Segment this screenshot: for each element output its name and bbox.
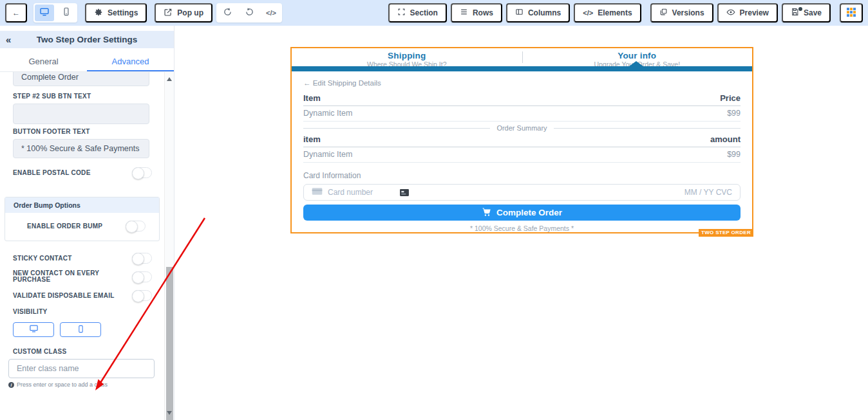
complete-order-button[interactable]: Complete Order <box>303 205 741 221</box>
new-contact-row: NEW CONTACT ON EVERY PURCHASE <box>13 270 152 283</box>
secure-payments-note: * 100% Secure & Safe Payments * <box>303 224 741 232</box>
element-type-tag: TWO STEP ORDER <box>699 229 753 237</box>
visibility-mobile-button[interactable] <box>60 322 101 337</box>
step-tab-shipping[interactable]: Shipping Where Should We Ship It? <box>292 48 522 66</box>
redo-button[interactable] <box>240 5 259 21</box>
visibility-buttons <box>13 322 165 337</box>
top-toolbar: ← Settings Pop up </> Section <box>0 0 868 26</box>
enable-postal-code-row: ENABLE POSTAL CODE <box>13 167 152 178</box>
step-title: Your info <box>522 51 753 60</box>
sidebar-content: STEP #2 SUB BTN TEXT BUTTON FOOTER TEXT … <box>0 72 165 420</box>
order-bump-options-box: Order Bump Options ENABLE ORDER BUMP <box>5 197 160 241</box>
custom-code-button[interactable]: </> <box>261 5 281 21</box>
step2-btn-text-input[interactable] <box>13 72 149 86</box>
step-title: Shipping <box>292 51 522 60</box>
columns-icon <box>515 8 524 18</box>
button-footer-input[interactable] <box>13 139 149 158</box>
builder-page: ← Settings Pop up </> Section <box>0 0 868 420</box>
order-summary-divider: Order Summary <box>303 124 741 132</box>
order-summary-label: Order Summary <box>490 124 553 132</box>
enable-postal-code-label: ENABLE POSTAL CODE <box>13 170 91 176</box>
info-icon: i <box>8 382 14 388</box>
enable-order-bump-row: ENABLE ORDER BUMP <box>5 213 159 241</box>
custom-class-input[interactable] <box>8 359 155 378</box>
preview-button[interactable]: Preview <box>717 3 778 23</box>
popup-button[interactable]: Pop up <box>155 3 212 23</box>
columns-button[interactable]: Columns <box>506 3 570 23</box>
step2-sub-btn-input[interactable] <box>13 104 149 124</box>
device-toggle-group <box>33 3 77 23</box>
scroll-up-arrow[interactable] <box>167 77 172 81</box>
columns-label: Columns <box>528 8 561 17</box>
tab-advanced[interactable]: Advanced <box>87 48 174 71</box>
summary-table-header: item amount <box>303 134 741 147</box>
card-information-label: Card Information <box>303 171 741 180</box>
sticky-contact-label: STICKY CONTACT <box>13 255 72 262</box>
items-table-row: Dynamic Item $99 <box>303 106 741 122</box>
scroll-down-arrow[interactable] <box>167 411 172 415</box>
scrollbar-thumb[interactable] <box>166 267 173 420</box>
visibility-desktop-button[interactable] <box>13 322 54 337</box>
item-amount: $99 <box>727 150 741 159</box>
order-step-tabs: Shipping Where Should We Ship It? Your i… <box>292 48 752 66</box>
step2-sub-btn-label: STEP #2 SUB BTN TEXT <box>13 93 152 100</box>
elements-label: Elements <box>598 8 632 17</box>
settings-label: Settings <box>108 8 138 17</box>
save-button[interactable]: Save <box>782 3 831 23</box>
card-scan-icon[interactable] <box>400 189 409 196</box>
undo-icon <box>223 7 232 19</box>
order-bump-options-header: Order Bump Options <box>5 197 159 213</box>
rows-icon <box>460 8 468 18</box>
item-name: Dynamic Item <box>303 109 352 118</box>
editor-canvas: Shipping Where Should We Ship It? Your i… <box>175 26 868 420</box>
validate-email-label: VALIDATE DISPOSABLE EMAIL <box>13 293 115 299</box>
cart-icon <box>482 207 491 219</box>
amount-column-header: amount <box>710 134 741 144</box>
active-step-notch <box>629 61 643 66</box>
item-price: $99 <box>727 109 741 118</box>
price-column-header: Price <box>720 93 741 103</box>
desktop-view-button[interactable] <box>35 5 54 21</box>
apps-grid-icon <box>847 8 856 19</box>
section-icon <box>397 8 406 18</box>
versions-button[interactable]: Versions <box>650 3 713 23</box>
settings-button[interactable]: Settings <box>85 3 147 23</box>
custom-class-hint: i Press enter or space to add a class <box>8 381 165 388</box>
popup-label: Pop up <box>177 8 203 17</box>
enable-order-bump-toggle[interactable] <box>126 221 146 232</box>
edit-shipping-link[interactable]: ← Edit Shipping Details <box>303 79 741 87</box>
mobile-view-button[interactable] <box>57 5 76 21</box>
undo-button[interactable] <box>218 5 237 21</box>
popup-icon <box>164 8 173 19</box>
new-contact-toggle[interactable] <box>132 271 152 282</box>
step-divider <box>522 51 523 63</box>
elements-button[interactable]: </> Elements <box>574 3 641 23</box>
back-arrow-icon: ← <box>303 79 311 87</box>
collapse-sidebar-icon[interactable]: « <box>6 35 11 44</box>
preview-label: Preview <box>740 8 769 17</box>
item-column-header: Item <box>303 93 321 103</box>
section-button[interactable]: Section <box>388 3 447 23</box>
rows-button[interactable]: Rows <box>451 3 502 23</box>
mobile-icon <box>62 7 71 19</box>
sticky-contact-toggle[interactable] <box>132 253 152 264</box>
visibility-label: VISIBILITY <box>13 309 152 315</box>
validate-email-toggle[interactable] <box>132 290 152 301</box>
card-number-placeholder: Card number <box>328 188 373 197</box>
sidebar-header: « Two Step Order Settings <box>0 31 174 48</box>
sidebar-title: Two Step Order Settings <box>0 35 174 44</box>
sidebar-scrollbar[interactable] <box>164 72 174 420</box>
settings-sidebar: « Two Step Order Settings General Advanc… <box>0 26 175 420</box>
step-progress-bar <box>292 66 752 71</box>
custom-class-hint-text: Press enter or space to add a class <box>17 381 108 388</box>
apps-grid-button[interactable] <box>840 3 863 23</box>
enable-postal-code-toggle[interactable] <box>132 167 152 178</box>
two-step-order-widget[interactable]: Shipping Where Should We Ship It? Your i… <box>290 47 753 233</box>
custom-class-label: CUSTOM CLASS <box>13 349 152 355</box>
back-button[interactable]: ← <box>5 3 27 23</box>
tab-general[interactable]: General <box>0 48 87 71</box>
card-number-input[interactable]: Card number MM / YY CVC <box>303 184 741 201</box>
item-name: Dynamic Item <box>303 150 352 159</box>
complete-order-label: Complete Order <box>496 208 562 217</box>
history-group: </> <box>216 3 282 23</box>
